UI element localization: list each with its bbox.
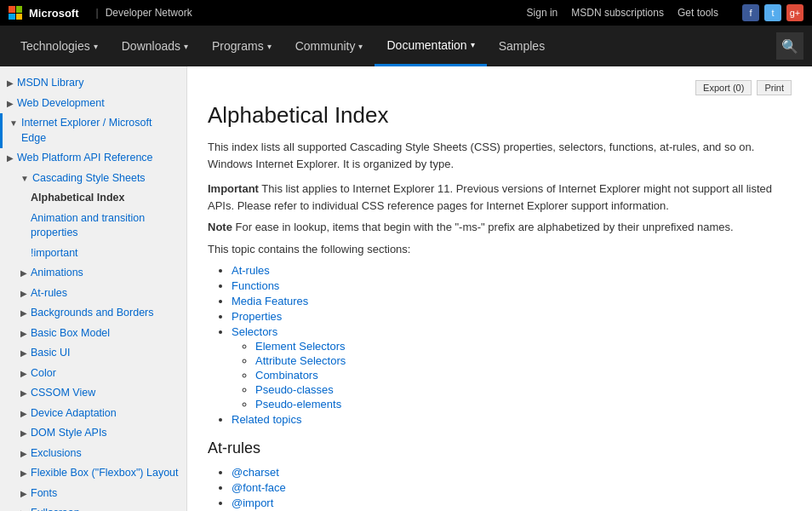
note-block: Note For ease in lookup, items that begi… (208, 219, 792, 236)
sidebar-item-ie-edge[interactable]: ▼ Internet Explorer / Microsoft Edge (0, 113, 186, 148)
important-note: Important This list applies to Internet … (208, 181, 792, 214)
nav-programs[interactable]: Programs ▾ (200, 26, 283, 66)
microsoft-logo: Microsoft (9, 6, 79, 20)
arrow-down-icon: ▼ (9, 118, 18, 129)
search-icon: 🔍 (781, 38, 798, 55)
brand-label: Microsoft (29, 7, 79, 20)
arrow-icon: ▶ (7, 78, 14, 89)
content-area: ▶ MSDN Library ▶ Web Development ▼ Inter… (0, 66, 812, 511)
sidebar-item-web-platform[interactable]: ▶ Web Platform API Reference (0, 148, 186, 169)
arrow-icon: ▶ (20, 408, 27, 420)
sidebar-item-flexbox[interactable]: ▶ Flexible Box ("Flexbox") Layout (0, 463, 186, 484)
nav-samples[interactable]: Samples (487, 26, 557, 66)
sidebar: ▶ MSDN Library ▶ Web Development ▼ Inter… (0, 66, 187, 511)
googleplus-icon[interactable]: g+ (786, 4, 803, 21)
sidebar-item-fonts[interactable]: ▶ Fonts (0, 484, 186, 504)
toc-element-selectors: Element Selectors (255, 340, 792, 353)
note-label: Note (208, 221, 232, 233)
note-text: For ease in lookup, items that begin wit… (236, 221, 734, 233)
arrow-icon: ▶ (20, 267, 27, 279)
arrow-icon: ▶ (7, 152, 14, 164)
nav-bar: Technologies ▾ Downloads ▾ Programs ▾ Co… (0, 26, 812, 66)
toc-selectors: Selectors Element Selectors Attribute Se… (232, 325, 792, 411)
page-title: Alphabetical Index (208, 102, 792, 129)
sidebar-item-animation[interactable]: Animation and transition properties (0, 209, 186, 244)
toc-properties: Properties (232, 310, 792, 323)
sidebar-item-exclusions[interactable]: ▶ Exclusions (0, 444, 186, 464)
at-rules-heading: At-rules (208, 439, 792, 457)
top-bar: Microsoft | Developer Network Sign in MS… (0, 0, 812, 26)
signin-link[interactable]: Sign in (527, 7, 558, 19)
arrow-icon: ▶ (20, 508, 27, 511)
arrow-down-icon: ▼ (20, 173, 29, 185)
arrow-icon: ▶ (20, 448, 27, 460)
toc-list: At-rules Functions Media Features Proper… (208, 264, 792, 426)
intro-text: This index lists all supported Cascading… (208, 139, 792, 172)
nav-documentation[interactable]: Documentation ▾ (375, 26, 486, 66)
sidebar-item-color[interactable]: ▶ Color (0, 364, 186, 384)
toc-at-rules: At-rules (232, 264, 792, 277)
arrow-icon: ▶ (20, 288, 27, 300)
social-icons: f t g+ (742, 4, 803, 21)
toolbar-right: Export (0) Print (208, 80, 792, 95)
main-content: Export (0) Print Alphabetical Index This… (187, 66, 812, 511)
network-label: Developer Network (106, 7, 192, 19)
important-text: This list applies to Internet Explorer 1… (208, 182, 772, 212)
arrow-icon: ▶ (7, 98, 14, 110)
print-button[interactable]: Print (757, 80, 792, 95)
arrow-icon: ▶ (20, 307, 27, 319)
chevron-icon: ▾ (358, 42, 363, 51)
toc-related-topics: Related topics (232, 413, 792, 426)
arrow-icon: ▶ (20, 328, 27, 340)
nav-technologies[interactable]: Technologies ▾ (9, 26, 110, 66)
at-rules-list: @charset @font-face @import @media @keyf… (208, 466, 792, 511)
toc-pseudo-elements: Pseudo-elements (255, 398, 792, 411)
sidebar-item-basic-ui[interactable]: ▶ Basic UI (0, 343, 186, 364)
sidebar-item-at-rules[interactable]: ▶ At-rules (0, 284, 186, 304)
arrow-icon: ▶ (20, 488, 27, 500)
subscriptions-link[interactable]: MSDN subscriptions (571, 7, 664, 19)
nav-community[interactable]: Community ▾ (283, 26, 375, 66)
divider: | (96, 7, 99, 19)
export-button[interactable]: Export (0) (695, 80, 752, 95)
sidebar-item-alphabetical-index: Alphabetical Index (0, 188, 186, 209)
list-item: @font-face (232, 481, 792, 494)
arrow-icon: ▶ (20, 428, 27, 439)
arrow-icon: ▶ (20, 388, 27, 399)
top-bar-links: Sign in MSDN subscriptions Get tools f t… (527, 4, 803, 21)
nav-downloads[interactable]: Downloads ▾ (110, 26, 200, 66)
sidebar-item-web-dev[interactable]: ▶ Web Development (0, 94, 186, 114)
chevron-icon: ▾ (471, 40, 475, 49)
ms-logo-grid (9, 6, 22, 20)
sidebar-item-device-adaptation[interactable]: ▶ Device Adaptation (0, 404, 186, 424)
sidebar-item-important[interactable]: !important (0, 244, 186, 264)
arrow-icon: ▶ (20, 368, 27, 380)
arrow-icon: ▶ (20, 347, 27, 359)
sidebar-item-animations[interactable]: ▶ Animations (0, 263, 186, 284)
selectors-sublist: Element Selectors Attribute Selectors Co… (232, 340, 792, 411)
toc-functions: Functions (232, 279, 792, 292)
sidebar-item-msdn-library[interactable]: ▶ MSDN Library (0, 73, 186, 94)
toc-attribute-selectors: Attribute Selectors (255, 354, 792, 367)
important-label: Important (208, 182, 259, 195)
search-button[interactable]: 🔍 (776, 32, 803, 60)
chevron-icon: ▾ (267, 42, 272, 51)
toc-media-features: Media Features (232, 295, 792, 307)
toc-pseudo-classes: Pseudo-classes (255, 383, 792, 396)
list-item: @import (232, 497, 792, 509)
sidebar-item-dom-style[interactable]: ▶ DOM Style APIs (0, 423, 186, 444)
sidebar-item-css[interactable]: ▼ Cascading Style Sheets (0, 169, 186, 189)
sidebar-item-cssom-view[interactable]: ▶ CSSOM View (0, 383, 186, 404)
twitter-icon[interactable]: t (764, 4, 781, 21)
list-item: @charset (232, 466, 792, 479)
contains-text: This topic contains the following sectio… (208, 241, 792, 258)
toc-combinators: Combinators (255, 369, 792, 382)
tools-link[interactable]: Get tools (678, 7, 718, 19)
sidebar-item-basic-box[interactable]: ▶ Basic Box Model (0, 324, 186, 344)
chevron-icon: ▾ (184, 42, 188, 51)
arrow-icon: ▶ (20, 468, 27, 479)
sidebar-item-fullscreen[interactable]: ▶ Fullscreen (0, 503, 186, 511)
sidebar-item-backgrounds[interactable]: ▶ Backgrounds and Borders (0, 303, 186, 324)
chevron-icon: ▾ (94, 42, 98, 51)
facebook-icon[interactable]: f (742, 4, 759, 21)
